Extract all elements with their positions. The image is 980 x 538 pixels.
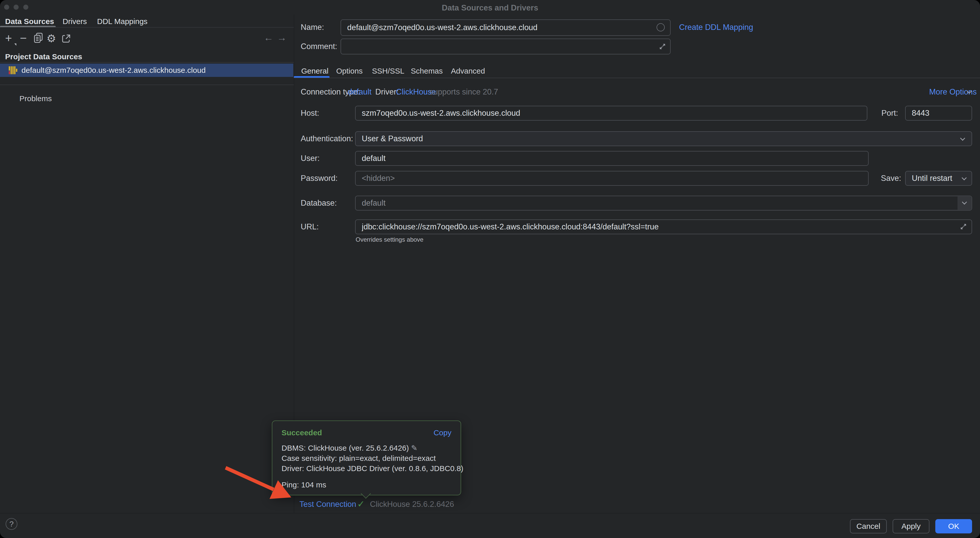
sidebar-separator-bottom: [0, 84, 294, 85]
back-arrow-icon[interactable]: ←: [264, 32, 274, 43]
user-input[interactable]: [355, 151, 869, 166]
save-value: Until restart: [912, 172, 952, 185]
save-label: Save:: [881, 173, 901, 183]
sidebar-separator-top: [0, 62, 294, 62]
add-icon[interactable]: +: [5, 31, 12, 45]
tabs-separator: [294, 78, 980, 78]
data-source-color-icon[interactable]: [657, 23, 665, 32]
connection-type-link[interactable]: default: [348, 87, 371, 97]
ping-line: Ping: 104 ms: [282, 480, 326, 490]
chevron-down-icon: [962, 199, 967, 205]
name-label: Name:: [301, 22, 324, 32]
ok-button[interactable]: OK: [935, 519, 972, 533]
url-note: Overrides settings above: [356, 236, 423, 243]
chevron-down-icon: [962, 175, 967, 180]
user-label: User:: [301, 153, 320, 164]
port-label: Port:: [881, 108, 898, 118]
expand-icon[interactable]: [659, 43, 666, 51]
driver-label: Driver:: [375, 87, 399, 97]
add-dropdown-arrow-icon: [14, 43, 16, 46]
authentication-label: Authentication:: [301, 134, 353, 144]
database-dropdown-button[interactable]: [958, 196, 971, 210]
tab-advanced[interactable]: Advanced: [451, 66, 485, 76]
dbms-line: DBMS: ClickHouse (ver. 25.6.2.6426) ✎: [282, 443, 417, 453]
data-sources-dialog: Data Sources and Drivers Data Sources Dr…: [0, 0, 980, 538]
expand-icon[interactable]: [959, 223, 967, 231]
question-mark-icon: ?: [10, 520, 14, 528]
create-ddl-mapping-link[interactable]: Create DDL Mapping: [679, 22, 753, 32]
url-input[interactable]: [355, 220, 972, 234]
test-connection-link[interactable]: Test Connection: [299, 499, 356, 509]
tab-ddl-mappings[interactable]: DDL Mappings: [97, 16, 147, 27]
help-button[interactable]: ?: [6, 518, 18, 530]
authentication-select[interactable]: User & Password: [355, 131, 972, 146]
case-sensitivity-line: Case sensitivity: plain=exact, delimited…: [282, 453, 436, 463]
tab-ssh-ssl[interactable]: SSH/SSL: [372, 66, 404, 76]
database-label: Database:: [301, 198, 337, 208]
gear-icon[interactable]: ⚙: [46, 32, 56, 45]
comment-input[interactable]: [340, 38, 671, 54]
duplicate-icon[interactable]: [34, 33, 43, 45]
edit-pencil-icon[interactable]: ✎: [411, 444, 417, 452]
port-input[interactable]: [905, 106, 972, 121]
open-in-new-icon[interactable]: [61, 34, 71, 45]
remove-icon[interactable]: −: [20, 31, 27, 45]
test-connection-result-popup: Succeeded Copy DBMS: ClickHouse (ver. 25…: [272, 420, 461, 495]
connection-status-text: ClickHouse 25.6.2.6426: [370, 499, 454, 509]
chevron-down-icon: [960, 136, 965, 141]
data-source-name: default@szm7oqed0o.us-west-2.aws.clickho…: [21, 64, 206, 77]
url-label: URL:: [301, 222, 319, 232]
clickhouse-icon: [8, 65, 18, 76]
driver-line: Driver: ClickHouse JDBC Driver (ver. 0.8…: [282, 463, 463, 474]
tab-data-sources[interactable]: Data Sources: [5, 16, 54, 27]
sidebar-tabs-separator: [0, 27, 294, 28]
data-source-list-item[interactable]: default@szm7oqed0o.us-west-2.aws.clickho…: [0, 64, 293, 77]
database-input[interactable]: [355, 196, 972, 210]
tab-general[interactable]: General: [301, 66, 329, 76]
forward-arrow-icon[interactable]: →: [277, 32, 286, 43]
window-title: Data Sources and Drivers: [0, 3, 980, 13]
apply-button[interactable]: Apply: [892, 519, 929, 533]
cancel-button[interactable]: Cancel: [850, 519, 887, 533]
project-data-sources-header: Project Data Sources: [5, 53, 82, 61]
annotation-arrow: [0, 0, 980, 538]
footer-separator: [0, 513, 980, 514]
name-input[interactable]: [340, 19, 671, 36]
host-label: Host:: [301, 108, 319, 118]
tab-options[interactable]: Options: [336, 66, 363, 76]
tab-drivers[interactable]: Drivers: [63, 16, 87, 27]
password-label: Password:: [301, 173, 338, 183]
success-checkmark-icon: ✓: [357, 499, 365, 509]
host-input[interactable]: [355, 106, 867, 121]
authentication-value: User & Password: [362, 132, 423, 146]
copy-link[interactable]: Copy: [434, 428, 452, 438]
save-select[interactable]: Until restart: [905, 171, 972, 186]
status-succeeded: Succeeded: [282, 428, 322, 438]
driver-note: supports since 20.7: [430, 87, 498, 97]
comment-label: Comment:: [301, 41, 337, 52]
tab-schemas[interactable]: Schemas: [411, 66, 443, 76]
password-input[interactable]: [355, 171, 869, 186]
problems-item[interactable]: Problems: [19, 94, 52, 104]
